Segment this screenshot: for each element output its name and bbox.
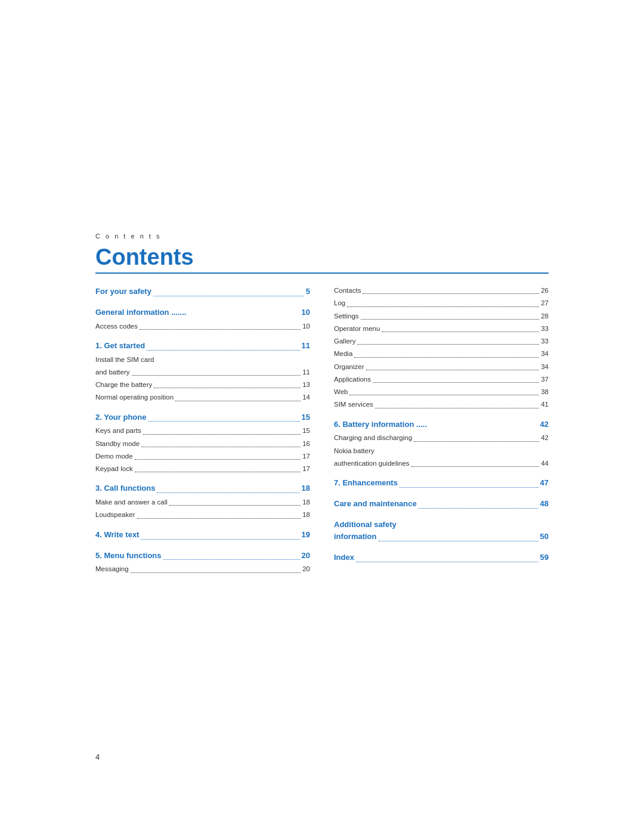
toc-heading-label: 1. Get started bbox=[95, 340, 145, 352]
toc-sub-label: Loudspeaker bbox=[95, 510, 135, 520]
toc-page-number: 11 bbox=[302, 367, 310, 377]
toc-dots bbox=[356, 550, 538, 562]
toc-page-number: 11 bbox=[302, 340, 310, 352]
toc-dots bbox=[354, 347, 539, 357]
toc-heading-label: 5. Menu functions bbox=[95, 550, 162, 562]
toc-heading-row: 5. Menu functions20 bbox=[95, 550, 310, 562]
toc-gap bbox=[334, 513, 549, 519]
toc-sub-label: Settings bbox=[334, 311, 359, 321]
toc-sub-label: Web bbox=[334, 387, 348, 397]
toc-dots bbox=[419, 496, 538, 509]
toc-heading-row: 4. Write text19 bbox=[95, 529, 310, 541]
toc-dots bbox=[140, 320, 301, 330]
toc-sub-row: Keys and parts15 bbox=[95, 426, 310, 436]
toc-sub-row: and battery11 bbox=[95, 367, 310, 377]
toc-sub-row: Contacts26 bbox=[334, 286, 549, 296]
toc-dots bbox=[148, 410, 299, 422]
toc-page-number: 5 bbox=[306, 286, 310, 298]
toc-dots bbox=[400, 475, 538, 488]
toc-page-number: 59 bbox=[540, 552, 549, 564]
toc-sub-row: Gallery33 bbox=[334, 336, 549, 346]
toc-dots bbox=[154, 378, 301, 388]
toc-right-column: Contacts26Log27Settings28Operator menu33… bbox=[334, 286, 549, 577]
toc-heading-entry: General information .......10 bbox=[95, 306, 310, 319]
toc-sub-row: SIM services41 bbox=[334, 400, 549, 410]
toc-heading-label: 3. Call functions bbox=[95, 482, 155, 495]
toc-sub-entry: Media34 bbox=[334, 349, 549, 359]
toc-sub-row: Charge the battery13 bbox=[95, 380, 310, 390]
toc-sub-entry: Settings28 bbox=[334, 311, 549, 321]
toc-page-number: 47 bbox=[540, 477, 549, 490]
toc-sub-entry: Messaging20 bbox=[95, 564, 310, 574]
toc-dots bbox=[375, 398, 539, 408]
toc-sub-row: Settings28 bbox=[334, 311, 549, 321]
toc-dots bbox=[137, 508, 301, 518]
toc-sub-entry: Nokia battery bbox=[334, 446, 549, 456]
toc-page-number: 42 bbox=[540, 419, 549, 431]
toc-page-number: 27 bbox=[541, 298, 549, 308]
toc-sub-label: Log bbox=[334, 298, 345, 308]
toc-page-number: 41 bbox=[541, 400, 549, 410]
toc-heading-row: General information .......10 bbox=[95, 306, 310, 319]
toc-sub-entry: Demo mode17 bbox=[95, 451, 310, 462]
toc-heading-entry: 2. Your phone15 bbox=[95, 411, 310, 424]
content-area: C o n t e n t s Contents For your safety… bbox=[95, 233, 549, 577]
toc-heading-entry: 6. Battery information .....42 bbox=[334, 419, 549, 431]
toc-heading-entry: Index59 bbox=[334, 552, 549, 564]
toc-heading-entry: For your safety5 bbox=[95, 286, 310, 298]
toc-sub-label: Applications bbox=[334, 374, 371, 385]
toc-dots bbox=[414, 431, 539, 441]
toc-sub-row: Access codes10 bbox=[95, 321, 310, 332]
toc-page-number: 10 bbox=[302, 306, 310, 319]
toc-dots bbox=[373, 373, 539, 383]
toc-heading-entry: Care and maintenance48 bbox=[334, 498, 549, 510]
toc-page-number: 50 bbox=[540, 531, 549, 543]
toc-page-number: 15 bbox=[302, 411, 310, 424]
toc-sub-label: Install the SIM card bbox=[95, 355, 154, 365]
toc-sub-entry: Install the SIM card bbox=[95, 355, 310, 365]
toc-heading-row: 2. Your phone15 bbox=[95, 411, 310, 424]
toc-page-number: 15 bbox=[302, 426, 310, 436]
toc-sub-entry: and battery11 bbox=[95, 367, 310, 377]
toc-sub-label: Contacts bbox=[334, 286, 361, 296]
toc-sub-row: Keypad lock17 bbox=[95, 464, 310, 474]
toc-dots bbox=[131, 562, 301, 572]
toc-page-number: 33 bbox=[541, 336, 549, 346]
toc-page-number: 19 bbox=[302, 529, 310, 541]
toc-sub-entry: Keypad lock17 bbox=[95, 464, 310, 474]
toc-dots bbox=[157, 481, 299, 493]
toc-sub-entry: SIM services41 bbox=[334, 400, 549, 410]
toc-sub-entry: Charge the battery13 bbox=[95, 380, 310, 390]
toc-sub-label: Gallery bbox=[334, 336, 355, 346]
toc-sub-row: Log27 bbox=[334, 298, 549, 308]
toc-sub-entry: Normal operating position14 bbox=[95, 392, 310, 402]
toc-sub-row: Web38 bbox=[334, 387, 549, 397]
toc-heading-row: 3. Call functions18 bbox=[95, 482, 310, 495]
toc-heading-row: Care and maintenance48 bbox=[334, 498, 549, 510]
toc-dots bbox=[349, 385, 539, 395]
toc-sub-row: Loudspeaker18 bbox=[95, 510, 310, 520]
toc-dots bbox=[141, 527, 299, 540]
toc-page-number: 13 bbox=[302, 380, 310, 390]
toc-page-number: 20 bbox=[302, 564, 310, 574]
toc-heading-entry: 4. Write text19 bbox=[95, 529, 310, 541]
toc-dots bbox=[382, 322, 539, 332]
toc-heading-row: For your safety5 bbox=[95, 286, 310, 298]
toc-sub-label: Standby mode bbox=[95, 439, 140, 449]
toc-sub-label: Demo mode bbox=[95, 451, 133, 462]
toc-sub-row: Media34 bbox=[334, 349, 549, 359]
toc-dots bbox=[153, 284, 304, 296]
toc-sub-entry: Keys and parts15 bbox=[95, 426, 310, 436]
toc-sub-label: Keys and parts bbox=[95, 426, 141, 436]
toc-dots bbox=[141, 437, 301, 447]
toc-dots bbox=[135, 462, 301, 472]
toc-sub-label: Media bbox=[334, 349, 352, 359]
toc-sub-entry: Access codes10 bbox=[95, 321, 310, 332]
toc-dots bbox=[379, 529, 538, 541]
toc-heading-entry: 7. Enhancements47 bbox=[334, 477, 549, 490]
toc-heading-label2: information bbox=[334, 531, 377, 543]
toc-sub-label: SIM services bbox=[334, 400, 373, 410]
toc-sub-row: Nokia battery bbox=[334, 446, 549, 456]
toc-sub-entry: Applications37 bbox=[334, 374, 549, 385]
toc-sub-row: Organizer34 bbox=[334, 362, 549, 372]
